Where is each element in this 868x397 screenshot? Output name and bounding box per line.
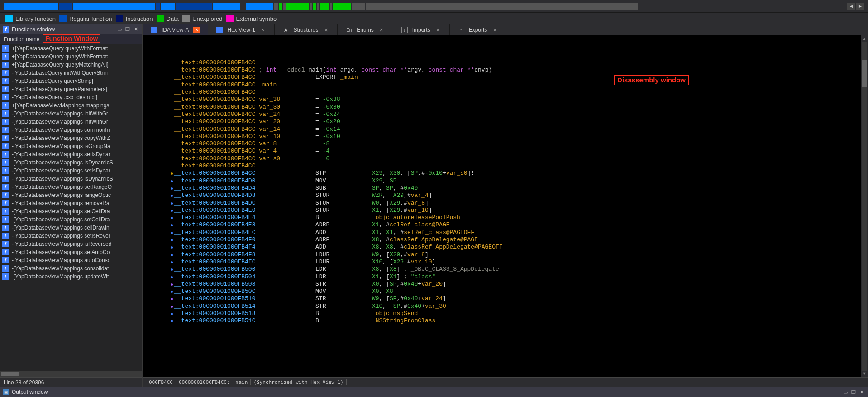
function-row[interactable]: f-[YapDatabaseViewMappings updateWit bbox=[0, 273, 142, 281]
minimize-btn[interactable]: ▭ bbox=[116, 26, 123, 33]
disasm-line[interactable]: __text:00000001000FB508 STR X0, [SP,#0x4… bbox=[143, 281, 861, 288]
disasm-line[interactable]: __text:00000001000FB4FC LDUR X10, [X29,#… bbox=[143, 258, 861, 266]
out-close-btn[interactable]: ✕ bbox=[858, 388, 865, 396]
function-row[interactable]: f-[YapDatabaseViewMappings isGroupNa bbox=[0, 142, 142, 150]
tab-ida-view-a[interactable]: IDA View-A✕ bbox=[143, 24, 208, 35]
disasm-line[interactable]: __text:00000001000FB4F8 LDUR W9, [X29,#v… bbox=[143, 251, 861, 258]
disasm-line[interactable]: __text:00000001000FB4E4 BL _objc_autorel… bbox=[143, 214, 861, 221]
function-row[interactable]: f-[YapDatabaseViewMappings setRangeO bbox=[0, 183, 142, 191]
disasm-line[interactable]: __text:00000001000FB4CC var_10 = -0x10 bbox=[143, 133, 861, 140]
disasm-line[interactable]: __text:00000001000FB51C BL _NSStringFrom… bbox=[143, 317, 861, 325]
column-header[interactable]: Function name Function Window bbox=[0, 34, 142, 44]
disasm-line[interactable]: __text:00000001000FB4F4 ADD X8, X8, #cla… bbox=[143, 244, 861, 251]
tab-exports[interactable]: ↑Exports✕ bbox=[450, 24, 507, 35]
close-icon[interactable]: ✕ bbox=[260, 27, 266, 33]
function-row[interactable]: f-[YapDatabaseQuery queryString] bbox=[0, 77, 142, 85]
restore-btn[interactable]: ❐ bbox=[124, 26, 131, 33]
function-name: -[YapDatabaseViewMappings setIsRever bbox=[12, 233, 110, 239]
disasm-line[interactable]: __text:00000001000FB4F0 ADRP X8, #classR… bbox=[143, 236, 861, 244]
disasm-line[interactable]: __text:00000001000FB4CC var_38 = -0x38 bbox=[143, 96, 861, 103]
function-row[interactable]: f-[YapDatabaseViewMappings setIsDynar bbox=[0, 167, 142, 175]
disasm-line[interactable]: __text:00000001000FB4D4 SUB SP, SP, #0x4… bbox=[143, 185, 861, 192]
close-icon[interactable]: ✕ bbox=[491, 27, 498, 33]
function-row[interactable]: f-[YapDatabaseViewMappings initWithGr bbox=[0, 118, 142, 126]
function-row[interactable]: f-[YapDatabaseViewMappings removeRa bbox=[0, 199, 142, 207]
function-row[interactable]: f-[YapDatabaseViewMappings setIsRever bbox=[0, 232, 142, 240]
close-icon[interactable]: ✕ bbox=[435, 27, 441, 33]
out-minimize-btn[interactable]: ▭ bbox=[842, 388, 849, 396]
disasm-line[interactable]: __text:00000001000FB504 LDR X1, [X1] ; "… bbox=[143, 273, 861, 281]
disasm-line[interactable]: __text:00000001000FB50C MOV X0, X8 bbox=[143, 288, 861, 295]
function-row[interactable]: f-[YapDatabaseQuery .cxx_destruct] bbox=[0, 93, 142, 101]
legend-swatch bbox=[182, 15, 190, 22]
disasm-line[interactable]: __text:00000001000FB4CC var_4 = -4 bbox=[143, 148, 861, 155]
output-panel-header[interactable]: ▣ Output window ▭ ❐ ✕ bbox=[0, 387, 868, 397]
function-row[interactable]: f-[YapDatabaseViewMappings isDynamicS bbox=[0, 158, 142, 167]
function-name: -[YapDatabaseQuery initWithQueryStrin bbox=[12, 70, 108, 76]
tab-imports[interactable]: ↓Imports✕ bbox=[393, 24, 450, 35]
tab-label: Enums bbox=[357, 27, 373, 33]
disasm-line[interactable]: __text:00000001000FB4CC var_s0 = 0 bbox=[143, 155, 861, 163]
close-icon[interactable]: ✕ bbox=[378, 27, 385, 33]
disasm-line[interactable]: __text:00000001000FB4EC ADD X1, X1, #sel… bbox=[143, 229, 861, 236]
function-row[interactable]: f-[YapDatabaseViewMappings autoConso bbox=[0, 256, 142, 264]
disasm-line[interactable]: __text:00000001000FB500 LDR X8, [X8] ; _… bbox=[143, 266, 861, 273]
function-row[interactable]: f+[YapDatabaseViewMappings mappings bbox=[0, 101, 142, 110]
vertical-scrollbar[interactable]: ▲ ▼ bbox=[861, 35, 868, 377]
function-row[interactable]: f-[YapDatabaseQuery initWithQueryStrin bbox=[0, 69, 142, 77]
disasm-line[interactable]: __text:00000001000FB4CC var_14 = -0x14 bbox=[143, 126, 861, 133]
disasm-line[interactable]: __text:00000001000FB4D0 MOV X29, SP bbox=[143, 177, 861, 185]
disasm-line[interactable]: __text:00000001000FB518 BL _objc_msgSend bbox=[143, 310, 861, 317]
nav-left-btn[interactable]: ◄ bbox=[847, 3, 855, 10]
disasm-line[interactable]: __text:00000001000FB4D8 STUR WZR, [X29,#… bbox=[143, 192, 861, 199]
function-row[interactable]: f-[YapDatabaseViewMappings rangeOptic bbox=[0, 191, 142, 199]
tab-structures[interactable]: AStructures✕ bbox=[275, 24, 338, 35]
function-row[interactable]: f-[YapDatabaseViewMappings setCellDra bbox=[0, 215, 142, 224]
disasm-line[interactable]: __text:00000001000FB4CC var_20 = -0x20 bbox=[143, 118, 861, 125]
legend-item: Unexplored bbox=[182, 15, 223, 22]
disasm-line[interactable]: __text:00000001000FB4CC EXPORT _main bbox=[143, 74, 861, 81]
function-row[interactable]: f-[YapDatabaseViewMappings consolidat bbox=[0, 264, 142, 273]
close-icon[interactable]: ✕ bbox=[193, 27, 200, 33]
nav-right-btn[interactable]: ► bbox=[856, 3, 864, 10]
disasm-line[interactable]: __text:00000001000FB4E0 STUR X1, [X29,#v… bbox=[143, 207, 861, 214]
close-btn[interactable]: ✕ bbox=[132, 26, 139, 33]
function-row[interactable]: f-[YapDatabaseViewMappings copyWithZ bbox=[0, 134, 142, 142]
tab-hex-view-1[interactable]: Hex View-1✕ bbox=[208, 24, 274, 35]
close-icon[interactable]: ✕ bbox=[323, 27, 329, 33]
disasm-line[interactable]: __text:00000001000FB4E8 ADRP X1, #selRef… bbox=[143, 221, 861, 229]
function-row[interactable]: f-[YapDatabaseViewMappings setAutoCo bbox=[0, 248, 142, 256]
function-row[interactable]: f+[YapDatabaseQuery queryMatchingAll] bbox=[0, 61, 142, 69]
disasm-line[interactable]: __text:00000001000FB4CC var_24 = -0x24 bbox=[143, 111, 861, 118]
functions-panel-header[interactable]: f Functions window ▭ ❐ ✕ bbox=[0, 24, 142, 34]
disassembly-view[interactable]: Disassembly window __text:00000001000FB4… bbox=[143, 35, 861, 377]
disasm-line[interactable]: __text:00000001000FB4CC ; int __cdecl ma… bbox=[143, 67, 861, 74]
function-row[interactable]: f-[YapDatabaseViewMappings isReversed bbox=[0, 240, 142, 248]
disasm-line[interactable]: __text:00000001000FB4CC bbox=[143, 163, 861, 170]
disasm-line[interactable]: __text:00000001000FB514 STR X10, [SP,#0x… bbox=[143, 303, 861, 310]
disasm-line[interactable]: __text:00000001000FB4CC STP X29, X30, [S… bbox=[143, 170, 861, 177]
function-row[interactable]: f-[YapDatabaseViewMappings isDynamicS bbox=[0, 175, 142, 183]
disasm-line[interactable]: __text:00000001000FB4CC var_8 = -8 bbox=[143, 140, 861, 148]
functions-list[interactable]: f+[YapDatabaseQuery queryWithFormat:f+[Y… bbox=[0, 44, 142, 371]
scroll-up-icon[interactable]: ▲ bbox=[862, 36, 867, 42]
horizontal-scrollbar[interactable] bbox=[0, 371, 142, 377]
disasm-line[interactable]: __text:00000001000FB4CC _main bbox=[143, 81, 861, 89]
scroll-down-icon[interactable]: ▼ bbox=[862, 371, 867, 376]
tab-enums[interactable]: EnEnums✕ bbox=[338, 24, 393, 35]
out-restore-btn[interactable]: ❐ bbox=[850, 388, 857, 396]
disasm-line[interactable]: __text:00000001000FB510 STR W9, [SP,#0x4… bbox=[143, 295, 861, 302]
disasm-line[interactable]: __text:00000001000FB4CC bbox=[143, 89, 861, 96]
function-row[interactable]: f-[YapDatabaseViewMappings cellDrawin bbox=[0, 224, 142, 232]
function-row[interactable]: f-[YapDatabaseViewMappings setCellDra bbox=[0, 207, 142, 215]
function-row[interactable]: f+[YapDatabaseQuery queryWithFormat: bbox=[0, 53, 142, 61]
function-row[interactable]: f-[YapDatabaseViewMappings setIsDynar bbox=[0, 150, 142, 158]
function-row[interactable]: f-[YapDatabaseQuery queryParameters] bbox=[0, 85, 142, 93]
disasm-line[interactable]: __text:00000001000FB4DC STUR W0, [X29,#v… bbox=[143, 200, 861, 207]
disasm-line[interactable]: __text:00000001000FB4CC bbox=[143, 59, 861, 67]
navigation-overview-bar[interactable]: ◄ ► bbox=[0, 0, 868, 13]
function-row[interactable]: f-[YapDatabaseViewMappings initWithGr bbox=[0, 110, 142, 118]
disasm-line[interactable]: __text:00000001000FB4CC var_30 = -0x30 bbox=[143, 104, 861, 111]
function-row[interactable]: f-[YapDatabaseViewMappings commonIn bbox=[0, 126, 142, 134]
function-row[interactable]: f+[YapDatabaseQuery queryWithFormat: bbox=[0, 44, 142, 53]
